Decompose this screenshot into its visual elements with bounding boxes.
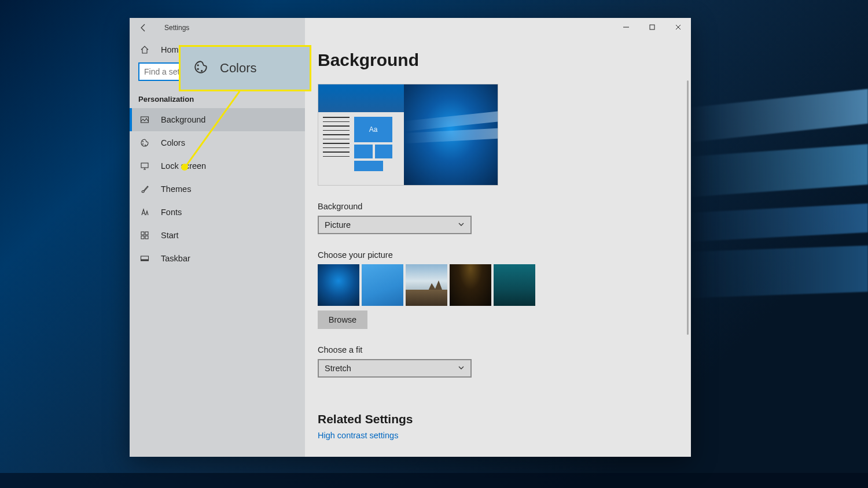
svg-rect-6 — [145, 232, 148, 235]
home-icon — [140, 45, 149, 54]
svg-point-1 — [142, 141, 144, 142]
page-heading: Background — [318, 50, 678, 70]
window-title: Settings — [164, 24, 189, 32]
background-value: Picture — [325, 220, 351, 230]
svg-point-2 — [142, 143, 144, 145]
svg-rect-5 — [141, 232, 144, 235]
sidebar-item-label: Taskbar — [161, 254, 190, 263]
background-dropdown[interactable]: Picture — [318, 216, 472, 234]
back-button[interactable] — [138, 22, 149, 34]
brush-icon — [140, 184, 149, 194]
sidebar-item-themes[interactable]: Themes — [130, 178, 305, 201]
minimize-button[interactable] — [613, 18, 639, 36]
sidebar-item-label: Fonts — [161, 208, 182, 217]
browse-button[interactable]: Browse — [318, 310, 367, 329]
picture-thumbnails — [318, 264, 678, 306]
callout-box: Colors — [179, 45, 311, 91]
start-icon — [140, 231, 149, 240]
desktop-ray — [689, 89, 868, 143]
callout-dot — [181, 164, 188, 171]
svg-rect-8 — [145, 236, 148, 239]
palette-icon — [193, 60, 208, 77]
titlebar-left: Settings — [130, 18, 305, 37]
sidebar-item-start[interactable]: Start — [130, 224, 305, 247]
font-icon — [140, 208, 149, 217]
palette-icon — [140, 138, 149, 147]
preview-sample-text: Aa — [354, 117, 392, 142]
taskbar[interactable] — [0, 473, 868, 488]
picture-icon — [140, 115, 149, 124]
choose-picture-label: Choose your picture — [318, 250, 678, 260]
main-panel: Background Aa — [305, 18, 691, 457]
preview-wallpaper — [404, 84, 498, 185]
settings-window: Settings Home Personalization Background… — [130, 18, 691, 457]
preview-window: Aa — [318, 84, 404, 185]
desktop-ray — [689, 204, 868, 242]
content-area: Background Aa — [305, 18, 691, 457]
chevron-down-icon — [458, 364, 465, 373]
sidebar-item-label: Start — [161, 231, 179, 240]
fit-label: Choose a fit — [318, 345, 678, 354]
svg-point-11 — [197, 64, 199, 66]
fit-dropdown[interactable]: Stretch — [318, 359, 472, 378]
picture-thumb[interactable] — [494, 264, 535, 306]
desktop-ray — [689, 246, 868, 298]
high-contrast-link[interactable]: High contrast settings — [318, 431, 398, 440]
close-button[interactable] — [665, 18, 691, 36]
picture-thumb[interactable] — [450, 264, 491, 306]
background-label: Background — [318, 202, 678, 211]
callout-label: Colors — [220, 61, 257, 76]
svg-point-13 — [201, 70, 203, 72]
desktop-preview: Aa — [318, 84, 498, 186]
picture-thumb[interactable] — [318, 264, 359, 306]
svg-rect-7 — [141, 236, 144, 239]
maximize-button[interactable] — [639, 18, 665, 36]
sidebar: Settings Home Personalization Background… — [130, 18, 305, 457]
sidebar-item-label: Themes — [161, 184, 191, 194]
fit-value: Stretch — [325, 364, 351, 373]
scrollbar[interactable] — [687, 80, 689, 335]
taskbar-icon — [140, 254, 149, 263]
svg-rect-4 — [141, 163, 148, 168]
svg-point-3 — [145, 145, 146, 146]
svg-line-14 — [185, 91, 240, 167]
svg-point-12 — [197, 68, 199, 70]
svg-rect-16 — [650, 25, 654, 29]
svg-rect-10 — [141, 260, 149, 261]
sidebar-item-taskbar[interactable]: Taskbar — [130, 247, 305, 270]
picture-thumb[interactable] — [362, 264, 403, 306]
chevron-down-icon — [458, 220, 465, 230]
callout-line — [179, 88, 248, 172]
picture-thumb[interactable] — [406, 264, 447, 306]
window-controls — [613, 18, 691, 36]
related-settings-heading: Related Settings — [318, 412, 678, 426]
desktop-ray — [689, 144, 868, 197]
monitor-icon — [140, 161, 149, 171]
sidebar-item-fonts[interactable]: Fonts — [130, 201, 305, 224]
